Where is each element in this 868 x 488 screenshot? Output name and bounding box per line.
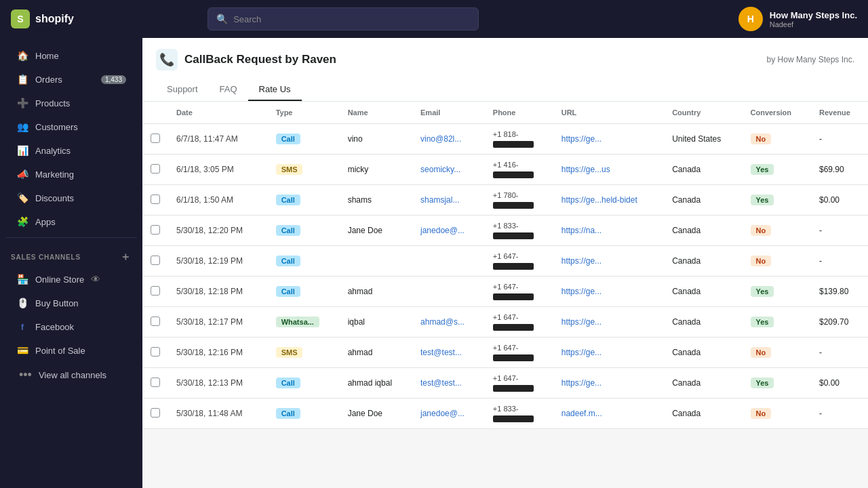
user-info: How Many Steps Inc. Nadeef [770, 10, 857, 28]
sidebar-item-facebook[interactable]: f Facebook [5, 315, 137, 338]
email-link[interactable]: test@test... [420, 378, 462, 388]
tab-rate-us[interactable]: Rate Us [248, 79, 302, 101]
add-channel-icon[interactable]: ＋ [120, 250, 132, 264]
email-link[interactable]: ahmad@s... [420, 317, 465, 327]
cell-url: https://ge... [553, 124, 664, 155]
sidebar-item-label: Apps [35, 217, 56, 227]
marketing-icon: 📣 [16, 168, 28, 180]
url-link[interactable]: https://na... [561, 226, 601, 235]
sidebar-item-online-store[interactable]: 🏪 Online Store 👁 [5, 268, 137, 291]
sidebar-item-discounts[interactable]: 🏷️ Discounts [5, 186, 137, 209]
view-all-channels[interactable]: ••• View all channels [5, 363, 137, 388]
sidebar-item-home[interactable]: 🏠 Home [5, 44, 137, 67]
email-link[interactable]: test@test... [420, 348, 462, 357]
row-checkbox[interactable] [151, 317, 160, 326]
app-icon: 📞 [156, 49, 178, 70]
cell-type: Call [268, 124, 340, 155]
sidebar-item-label: Facebook [35, 322, 74, 332]
email-link[interactable]: janedoe@... [420, 409, 465, 418]
row-checkbox[interactable] [151, 225, 160, 235]
url-link[interactable]: https://ge...held-bidet [561, 195, 637, 205]
url-link[interactable]: https://ge... [561, 134, 601, 144]
row-checkbox[interactable] [151, 256, 160, 265]
cell-url: https://ge... [553, 246, 664, 277]
sidebar-item-buy-button[interactable]: 🖱️ Buy Button [5, 291, 137, 314]
cell-revenue: $209.70 [811, 307, 868, 338]
shopify-logo[interactable]: S shopify [11, 9, 74, 28]
cell-country: Canada [664, 307, 742, 338]
cell-country: Canada [664, 368, 742, 399]
email-link[interactable]: vino@82l... [420, 134, 461, 144]
sidebar-item-marketing[interactable]: 📣 Marketing [5, 163, 137, 186]
sidebar-item-products[interactable]: ➕ Products [5, 92, 137, 115]
cell-revenue: - [811, 246, 868, 277]
cell-name: shams [340, 185, 412, 216]
cell-phone: +1 833- [485, 216, 553, 246]
cell-name: Jane Doe [340, 399, 412, 429]
cell-conversion: Yes [743, 307, 812, 338]
table-row: 6/1/18, 3:05 PM SMS micky seomicky... +1… [142, 155, 868, 185]
search-input[interactable] [233, 14, 470, 24]
orders-icon: 📋 [16, 73, 28, 85]
cell-type: Call [268, 277, 340, 307]
topnav: S shopify 🔍 H How Many Steps Inc. Nadeef [0, 0, 868, 38]
row-checkbox[interactable] [151, 347, 160, 357]
row-checkbox[interactable] [151, 378, 160, 387]
cell-email: shamsjal... [412, 185, 485, 216]
cell-type: Call [268, 246, 340, 277]
app-header: 📞 CallBack Request by Raven by How Many … [142, 38, 868, 102]
cell-revenue: $139.80 [811, 277, 868, 307]
sidebar-item-orders[interactable]: 📋 Orders 1,433 [5, 68, 137, 91]
cell-date: 5/30/18, 12:13 PM [168, 368, 268, 399]
type-badge: SMS [276, 164, 303, 175]
sidebar-item-pos[interactable]: 💳 Point of Sale [5, 339, 137, 362]
cell-email: test@test... [412, 338, 485, 368]
cell-date: 5/30/18, 12:19 PM [168, 246, 268, 277]
url-link[interactable]: https://ge... [561, 317, 601, 327]
orders-badge: 1,433 [101, 75, 126, 84]
online-store-icon: 🏪 [16, 273, 28, 285]
cell-revenue: - [811, 338, 868, 368]
url-link[interactable]: https://ge... [561, 378, 601, 388]
table-row: 5/30/18, 11:48 AM Call Jane Doe janedoe@… [142, 399, 868, 429]
url-link[interactable]: https://ge... [561, 256, 601, 266]
cell-phone: +1 647- [485, 246, 553, 277]
col-phone: Phone [485, 102, 553, 124]
row-checkbox[interactable] [151, 286, 160, 296]
tab-faq[interactable]: FAQ [209, 79, 248, 101]
cell-email: ahmad@s... [412, 307, 485, 338]
cell-country: Canada [664, 399, 742, 429]
cell-conversion: Yes [743, 368, 812, 399]
conversion-badge: Yes [751, 286, 774, 297]
cell-revenue: - [811, 124, 868, 155]
type-badge: Call [276, 225, 300, 236]
sidebar-item-label: Analytics [35, 146, 71, 156]
cell-phone: +1 780- [485, 185, 553, 216]
url-link[interactable]: https://ge... [561, 348, 601, 357]
app-title: CallBack Request by Raven [184, 53, 336, 66]
row-checkbox[interactable] [151, 134, 160, 143]
row-checkbox[interactable] [151, 195, 160, 204]
eye-icon[interactable]: 👁 [91, 274, 100, 285]
cell-email: janedoe@... [412, 399, 485, 429]
cell-phone: +1 647- [485, 307, 553, 338]
row-checkbox[interactable] [151, 408, 160, 418]
url-link[interactable]: https://ge...us [561, 165, 610, 174]
email-link[interactable]: janedoe@... [420, 226, 465, 235]
table-row: 5/30/18, 12:18 PM Call ahmad +1 647- htt… [142, 277, 868, 307]
type-badge: Call [276, 408, 300, 419]
sidebar-item-apps[interactable]: 🧩 Apps [5, 210, 137, 233]
sidebar-item-customers[interactable]: 👥 Customers [5, 115, 137, 138]
main-layout: 🏠 Home 📋 Orders 1,433 ➕ Products 👥 Custo… [0, 38, 868, 488]
sidebar-item-analytics[interactable]: 📊 Analytics [5, 139, 137, 162]
email-link[interactable]: seomicky... [420, 165, 460, 174]
row-checkbox[interactable] [151, 164, 160, 174]
email-link[interactable]: shamsjal... [420, 195, 459, 205]
url-link[interactable]: https://ge... [561, 287, 601, 296]
search-icon: 🔍 [216, 14, 228, 24]
cell-conversion: No [743, 399, 812, 429]
cell-type: Whatsа... [268, 307, 340, 338]
tab-support[interactable]: Support [156, 79, 209, 101]
url-link[interactable]: nadeef.m... [561, 409, 602, 418]
cell-country: Canada [664, 155, 742, 185]
